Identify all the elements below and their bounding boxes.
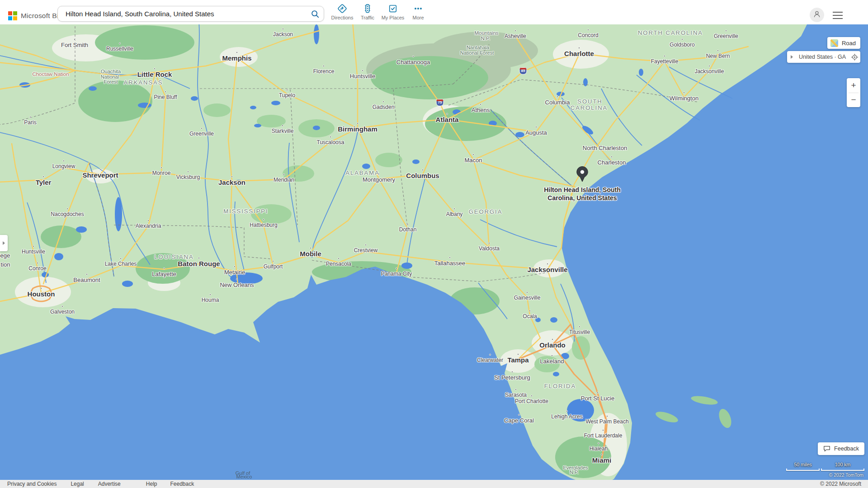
chevron-right-icon xyxy=(791,55,793,59)
map-label: West Palm Beach xyxy=(585,418,628,425)
my-places-check-icon xyxy=(387,3,399,14)
map-label: FLORIDA xyxy=(544,383,576,389)
map-label: Mexico xyxy=(236,474,252,479)
map-label: Metairie xyxy=(224,269,245,276)
zoom-control: + − xyxy=(847,78,860,107)
city-dot xyxy=(611,156,613,158)
traffic-light-icon xyxy=(362,3,373,14)
top-bar: Microsoft Bing Directions Traffic My Pla… xyxy=(0,0,868,24)
traffic-button[interactable]: Traffic xyxy=(355,3,380,20)
city-dot xyxy=(725,30,727,32)
city-dot xyxy=(357,122,359,124)
map-label: Columbus xyxy=(406,172,439,179)
directions-label: Directions xyxy=(331,15,354,20)
map-label: Huntsville xyxy=(350,73,375,80)
city-dot xyxy=(535,126,537,128)
map-canvas[interactable]: JacksonMountainsN.P.AshevilleConcordNORT… xyxy=(0,24,868,480)
zoom-in-button[interactable]: + xyxy=(847,78,860,93)
city-dot xyxy=(272,260,274,262)
scale-bar-km: 100 km xyxy=(821,469,864,471)
map-label: Jackson xyxy=(273,31,293,38)
map-label: Greenville xyxy=(714,33,738,39)
search-icon[interactable] xyxy=(307,9,324,19)
city-dot xyxy=(515,389,517,390)
city-dot xyxy=(147,220,149,221)
directions-button[interactable]: Directions xyxy=(330,3,355,20)
footer-link-help[interactable]: Help xyxy=(146,481,157,487)
map-label: Tampa xyxy=(507,356,528,364)
city-dot xyxy=(531,395,533,397)
breadcrumb-collapse-button[interactable] xyxy=(787,55,796,59)
map-label: N.P. xyxy=(570,469,579,475)
feedback-button[interactable]: Feedback xyxy=(818,442,864,455)
map-label: Athens xyxy=(472,107,490,113)
interstate-shield: 75 xyxy=(436,99,444,106)
footer-link-advertise[interactable]: Advertise xyxy=(98,481,121,487)
city-dot xyxy=(234,266,236,267)
map-label: National Forest xyxy=(460,50,494,56)
map-label: Gulfport xyxy=(264,263,283,270)
map-label: Charlotte xyxy=(564,50,594,57)
map-style-label: Road xyxy=(842,40,856,47)
city-dot xyxy=(602,429,604,431)
city-dot xyxy=(566,410,568,412)
city-dot xyxy=(552,338,553,340)
city-dot xyxy=(518,414,520,416)
pin-label-line1: Hilton Head Island, South xyxy=(544,186,621,193)
search-input[interactable] xyxy=(58,10,307,18)
zoom-out-button[interactable]: − xyxy=(847,93,860,108)
map-label: Alexandria xyxy=(136,223,161,229)
hamburger-menu-button[interactable] xyxy=(833,12,843,19)
map-scale: 50 miles 100 km xyxy=(786,469,864,471)
map-label: Lehigh Acres xyxy=(551,413,582,420)
map-label: Jacksonville xyxy=(527,266,567,273)
map-label: NORTH CAROLINA xyxy=(638,29,703,36)
city-dot xyxy=(597,392,599,394)
map-label: Birmingham xyxy=(338,125,377,133)
city-dot xyxy=(708,65,710,67)
panel-expander-button[interactable] xyxy=(0,235,8,251)
map-attribution: © 2022 TomTom xyxy=(829,472,863,478)
map-label: Baton Rouge xyxy=(178,260,220,267)
city-dot xyxy=(396,267,397,269)
map-label: Valdosta xyxy=(479,245,500,252)
city-dot xyxy=(514,30,516,32)
search-box[interactable] xyxy=(57,6,324,22)
profile-button[interactable] xyxy=(810,8,824,22)
city-dot xyxy=(283,174,285,175)
footer-link-feedback[interactable]: Feedback xyxy=(170,481,194,487)
map-label: Port St Lucie xyxy=(581,395,614,402)
map-label: Crestview xyxy=(354,247,378,253)
city-dot xyxy=(165,91,166,93)
city-dot xyxy=(66,208,68,210)
map-label: Nantahala xyxy=(467,45,489,50)
city-dot xyxy=(551,355,553,357)
map-label: Houma xyxy=(202,297,219,303)
map-label: North Charleston xyxy=(583,145,627,151)
city-dot xyxy=(231,176,233,178)
city-dot xyxy=(42,176,44,178)
city-dot xyxy=(489,354,491,356)
city-dot xyxy=(63,160,65,162)
location-pin[interactable] xyxy=(576,166,589,182)
city-dot xyxy=(382,101,384,103)
city-dot xyxy=(606,415,608,417)
map-label: Memphis xyxy=(222,54,251,62)
map-label: Ocala xyxy=(523,313,537,319)
my-places-button[interactable]: My Places xyxy=(380,3,406,20)
map-label: Mobile xyxy=(300,250,321,258)
map-style-button[interactable]: Road xyxy=(827,37,860,49)
city-dot xyxy=(365,244,367,246)
more-button[interactable]: More xyxy=(406,3,431,20)
city-dot xyxy=(717,50,719,52)
footer-link-privacy[interactable]: Privacy and Cookies xyxy=(7,481,57,487)
map-label: Choctaw Nation xyxy=(32,71,69,77)
city-dot xyxy=(517,353,519,355)
map-style-thumbnail-icon xyxy=(830,39,838,47)
city-dot xyxy=(74,38,75,40)
map-breadcrumb: United States · GA xyxy=(787,51,860,63)
scale-bar-miles: 50 miles xyxy=(786,469,820,471)
traffic-label: Traffic xyxy=(361,15,374,20)
locate-me-button[interactable] xyxy=(849,53,860,61)
footer-link-legal[interactable]: Legal xyxy=(71,481,84,487)
